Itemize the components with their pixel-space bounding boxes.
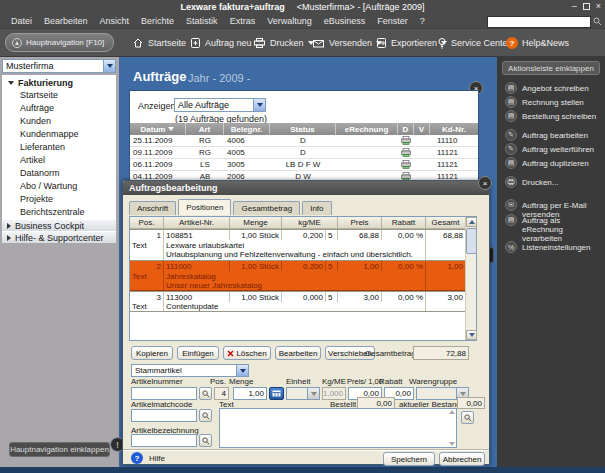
tab-info[interactable]: Info [302,201,331,215]
sidebar-item-abo-wartung[interactable]: Abo / Wartung [2,180,116,193]
drucken-button[interactable]: Drucken [253,33,314,53]
einfuegen-button[interactable]: Einfügen [177,346,219,360]
sidebar-item-datanorm[interactable]: Datanorm [2,167,116,180]
position-text-row[interactable]: Text Contentupdate [130,302,476,312]
col-gesamt[interactable]: Gesamt [426,217,465,228]
abbrechen-button[interactable]: Abbrechen [439,452,485,466]
action-auftrag-weiterfuehren[interactable]: ✎Auftrag weiterführen [505,143,601,155]
artikelnummer-input[interactable] [131,387,197,400]
col-kgme[interactable]: kg/ME [282,217,338,228]
action-angebot-schreiben[interactable]: ▤Angebot schreiben [505,82,601,94]
positions-scrollbar[interactable] [465,217,476,340]
scroll-up-icon[interactable] [449,410,455,414]
sidebar-section-hilfe-supportcenter[interactable]: Hilfe- & Supportcenter [2,231,116,243]
scrollbar-thumb[interactable] [466,228,477,254]
search-icon[interactable] [593,17,602,26]
sidebar-item-berichtszentrale[interactable]: Berichtszentrale [2,206,116,219]
hilfe-label[interactable]: Hilfe [149,454,165,463]
menu-statistik[interactable]: Statistik [180,16,224,26]
col-menge[interactable]: Menge [230,217,282,228]
einheit-select[interactable] [286,387,320,400]
position-row-selected[interactable]: 2 111000 1,00 Stück 0,200 5 1,00 0,00 % … [130,260,476,271]
menu-berichte[interactable]: Berichte [135,16,180,26]
sidebar-item-artikel[interactable]: Artikel [2,154,116,167]
col-art[interactable]: Art [186,123,224,135]
action-rechnung-stellen[interactable]: ▤Rechnung stellen [505,96,601,108]
action-bestellung-schreiben[interactable]: ▤Bestellung schreiben [505,110,601,122]
sidebar-item-kunden[interactable]: Kunden [2,115,116,128]
col-artikelnr[interactable]: Artikel-Nr. [164,217,230,228]
menu-fenster[interactable]: Fenster [371,16,414,26]
sidebar-section-business-cockpit[interactable]: Business Cockpit [2,219,116,231]
artikelbezeichnung-input[interactable] [131,434,197,447]
col-kdnr[interactable]: Kd-Nr. [430,123,478,135]
kopieren-button[interactable]: Kopieren [131,346,173,360]
actionbar-collapse-button[interactable]: Aktionsleiste einklappen [502,61,600,75]
col-status[interactable]: Status [270,123,336,135]
sidebar-item-auftraege[interactable]: Aufträge [2,102,116,115]
col-belegnr[interactable]: Belegnr. [224,123,270,135]
speichern-button[interactable]: Speichern [383,452,435,466]
bearbeiten-button[interactable]: Bearbeiten [275,346,321,360]
menu-hilfe[interactable]: ? [414,16,431,26]
position-row[interactable]: 1 108851 1,00 Stück 0,200 5 68,88 0,00 %… [130,229,476,240]
close-window-button[interactable]: × [596,1,601,11]
maximize-button[interactable] [583,3,590,10]
sidebar-item-projekte[interactable]: Projekte [2,193,116,206]
help-icon[interactable]: ? [131,452,143,464]
col-preis[interactable]: Preis [338,217,382,228]
dialog-title-bar[interactable]: Auftragsbearbeitung [123,181,489,195]
service-center-button[interactable]: Service Center [437,33,511,53]
artikelmatchcode-input[interactable] [131,409,197,422]
action-auftrag-bearbeiten[interactable]: ✎Auftrag bearbeiten [505,129,601,141]
menu-ansicht[interactable]: Ansicht [94,16,136,26]
sidebar-item-startseite[interactable]: Startseite [2,89,116,102]
help-news-button[interactable]: ? Help&News [506,33,569,53]
scroll-down-icon[interactable] [466,330,477,340]
search-input[interactable] [487,16,591,28]
col-v[interactable]: V [414,123,430,135]
auftrag-neu-button[interactable]: Auftrag neu [190,33,252,53]
menu-verwaltung[interactable]: Verwaltung [261,16,318,26]
action-auftrag-duplizieren[interactable]: ▤Auftrag duplizieren [505,157,601,169]
sidebar-item-kundenmappe[interactable]: Kundenmappe [2,128,116,141]
table-row[interactable]: 25.11.2009RG4006D11110 [130,135,478,147]
table-row[interactable]: 06.11.2009LS3005LB D F W11121 [130,159,478,171]
minimize-button[interactable]: – [572,1,577,11]
tree-root-fakturierung[interactable]: Fakturierung [2,75,116,89]
startseite-button[interactable]: Startseite [132,33,186,53]
col-d[interactable]: D [398,123,414,135]
menu-ebusiness[interactable]: eBusiness [318,16,372,26]
action-auftrag-erechnung[interactable]: ▤Auftrag als eRechnung verarbeiten [505,214,601,243]
scroll-up-icon[interactable] [466,217,477,227]
col-rabatt[interactable]: Rabatt [382,217,426,228]
position-row[interactable]: 3 113000 1,00 Stück 0,000 5 3,00 0,00 % … [130,291,476,302]
artikeltyp-select[interactable]: Stammartikel [131,364,249,377]
artikelmatchcode-search-icon[interactable] [199,409,212,422]
tab-anschrift[interactable]: Anschrift [129,201,176,215]
tab-positionen[interactable]: Positionen [178,199,231,215]
action-listeneinstellungen[interactable]: %Listeneinstellungen [505,241,601,253]
col-pos[interactable]: Pos. [130,217,164,228]
artikelbezeichnung-search-icon[interactable] [199,434,212,447]
sidebar-item-lieferanten[interactable]: Lieferanten [2,141,116,154]
hauptnavigation-toggle-button[interactable]: Hauptnavigation [F10] [5,33,114,52]
table-row[interactable]: 09.11.2009RG4005D11121 [130,147,478,159]
position-text-row-selected[interactable]: Text JahreskatalogUnser neuer Jahreskata… [130,271,476,291]
text-textarea[interactable] [219,408,457,448]
company-select[interactable]: Musterfirma [2,59,116,73]
action-drucken[interactable]: Drucken... [505,176,601,188]
tab-gesamtbetrag[interactable]: Gesamtbetrag [233,201,300,215]
loeschen-button[interactable]: Löschen [223,346,271,360]
close-dialog-button[interactable]: × [478,176,492,190]
col-erechnung[interactable]: eRechnung [336,123,398,135]
position-text-row[interactable]: Text Lexware urlaubskarteiUrlaubsplanung… [130,240,476,260]
artikelnummer-search-icon[interactable] [199,387,212,400]
orders-filter-select[interactable]: Alle Aufträge [174,98,266,112]
scroll-down-icon[interactable] [449,442,455,446]
menu-extras[interactable]: Extras [224,16,262,26]
menu-bearbeiten[interactable]: Bearbeiten [38,16,94,26]
text-search-icon[interactable] [461,411,474,424]
versenden-button[interactable]: Versenden [312,33,382,53]
menu-datei[interactable]: Datei [5,16,38,26]
